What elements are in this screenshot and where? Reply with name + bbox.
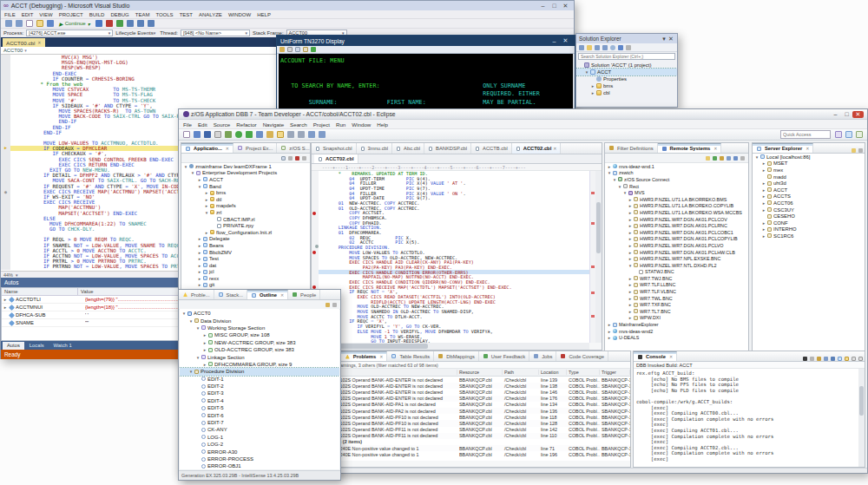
editor-tab[interactable]: Abc.cbl (392, 143, 424, 154)
tree-item[interactable]: ERROR-PROCESS (180, 456, 339, 462)
menu-icon[interactable] (858, 148, 863, 153)
copy-icon[interactable] (281, 156, 286, 161)
tree-item[interactable]: ▸ ACCT (181, 176, 310, 183)
tree-item[interactable]: ▾ Procedure Division (180, 368, 339, 375)
tree-item[interactable]: ▸ mapdefs (181, 203, 310, 210)
prev-icon[interactable] (287, 131, 294, 138)
home-icon[interactable] (727, 156, 731, 161)
tree-item[interactable]: ▸ mex (753, 167, 865, 174)
problem-row[interactable]: COBCH0102S Operand BANK-AID-PF11 is not … (312, 433, 630, 439)
tab-acct00-cbl[interactable]: ACCT00.cbl✕ (3, 38, 45, 47)
view-tab[interactable]: Remote Systems (658, 143, 722, 153)
problem-row[interactable]: COBCH0102S Operand BANK-AID-PA1 is not d… (312, 402, 630, 408)
tool-window-tab[interactable]: Watch 1 (49, 342, 76, 350)
menu-item[interactable]: DEBUG (110, 12, 128, 17)
editor-tab[interactable]: ACCTB.cbl (471, 143, 512, 154)
tree-item[interactable]: CBACT.IMP.zl (181, 216, 310, 223)
continue-button[interactable]: ▶Continue▾ (59, 21, 90, 27)
maximize-button[interactable]: □ (841, 111, 852, 117)
lockscroll-icon[interactable] (831, 357, 835, 361)
menu-item[interactable]: File (183, 121, 192, 128)
minimize-button[interactable]: – (549, 38, 560, 44)
menu-icon[interactable] (332, 303, 337, 307)
menu-icon[interactable] (740, 156, 745, 161)
menu-item[interactable]: FILE (4, 12, 16, 17)
solution-explorer-title-bar[interactable]: Solution Explorer ▾ ✕ (576, 34, 677, 43)
mark-icon[interactable] (266, 131, 273, 138)
tree-item[interactable]: ▸ uht3d (753, 180, 865, 187)
new-icon[interactable] (26, 20, 33, 27)
save-icon[interactable] (47, 20, 54, 27)
search-icon[interactable] (256, 131, 263, 138)
tree-item[interactable]: EDIT-1 (180, 376, 339, 383)
menu-item[interactable]: Navigate (263, 121, 284, 128)
view-tab[interactable]: Jobs (529, 351, 556, 361)
fwd-icon[interactable] (319, 131, 326, 138)
menu-item[interactable]: Window (352, 121, 371, 128)
terminal-screen[interactable]: ACCOUNT FILE: MENU TO SEARCH BY NAME, EN… (279, 54, 573, 108)
problem-row[interactable]: COBCH0102S Operand BANK-AID-PF10 is not … (312, 420, 630, 426)
problem-row[interactable]: COBCH0102S Operand BANK-AID-PF11 is not … (312, 427, 630, 433)
close-button[interactable]: ✕ (560, 3, 571, 10)
tree-item[interactable]: ▾ zmainframe Dev learnDXFrame 1 (181, 163, 310, 170)
lifecycle-events-label[interactable]: Lifecycle Events (115, 30, 153, 36)
tree-item[interactable]: ▸ HWR3.P.NZEL.WR7.DGN.AK01.PCLHW.CLB (605, 249, 748, 256)
view-tab[interactable]: Proble... (179, 290, 214, 299)
quick-access-box[interactable] (780, 130, 831, 139)
tree-item[interactable]: EDIT-4 (180, 397, 339, 404)
tree-item[interactable]: ▸ mvs-ideaz-wnd.1 (605, 163, 748, 170)
problem-row[interactable]: COBCH0102S Operand BANK-AID-PF10 is not … (312, 414, 630, 420)
menu-item[interactable]: Refactor (236, 121, 256, 128)
tree-item[interactable]: ▾ z/OS Source Connect (605, 176, 748, 183)
view-tab[interactable]: Applicatio... (181, 143, 233, 153)
props-icon[interactable] (610, 45, 615, 50)
close-button[interactable]: ✕ (560, 37, 571, 44)
menu-item[interactable]: Edit (198, 121, 207, 128)
tree-item[interactable]: ▾ Data Division (180, 317, 339, 324)
tree-item[interactable]: ▸ Beans (181, 242, 310, 249)
menu-item[interactable]: Help (377, 121, 388, 128)
process-combo[interactable]: [4276] ACCT.exe▾ (26, 29, 113, 36)
tree-item[interactable]: ▾ Local [localhost:86] (753, 154, 865, 161)
pin-icon[interactable] (817, 357, 821, 361)
menu-item[interactable]: HELP (257, 12, 271, 17)
refresh-icon[interactable] (706, 156, 710, 161)
tree-item[interactable]: ▸ CONF (753, 220, 865, 226)
max-icon[interactable] (858, 357, 863, 361)
problem-row[interactable]: Warnings (2 items) (312, 439, 630, 445)
quick-access-input[interactable] (781, 132, 830, 137)
column-type[interactable]: Type (567, 370, 600, 375)
stop-icon[interactable] (106, 20, 113, 27)
refresh-icon[interactable] (587, 45, 592, 50)
tree-item[interactable]: ERROR-OBJ1 (180, 462, 339, 469)
tree-item[interactable]: ▸ Delegate (181, 236, 310, 243)
tree-item[interactable]: PRIVATE.zpy (181, 222, 310, 229)
tree-item[interactable]: ▾ zrl (181, 209, 310, 216)
minimize-button[interactable]: – (537, 3, 549, 9)
tree-item[interactable]: ▸ WR7.TXF.BNC (605, 301, 748, 308)
tree-item[interactable]: ▸ git (181, 282, 310, 289)
tree-item[interactable]: ▸ WR7.TWJ.BNC (605, 275, 748, 282)
stepover-icon[interactable] (137, 20, 144, 27)
menu-item[interactable]: Run (336, 121, 345, 128)
view-icon[interactable] (845, 131, 852, 138)
view2-icon[interactable] (835, 131, 842, 138)
view-tab[interactable]: Problems (341, 351, 388, 361)
close-button[interactable]: ✕ (852, 111, 864, 118)
overview-ruler[interactable] (589, 171, 595, 343)
minimize-button[interactable]: – (830, 111, 841, 117)
view-tab[interactable]: DbMappings (434, 351, 479, 361)
tree-item[interactable]: EDIT-6 (180, 411, 339, 418)
tree-item[interactable]: Properties (576, 75, 677, 82)
tree-item[interactable]: ▸ OLD-ACCTREC GROUP, size 383 (180, 346, 339, 353)
vs-title-bar[interactable]: ∞ ACCT (Debugging) - Microsoft Visual St… (1, 1, 574, 10)
horizontal-scrollbar[interactable] (312, 343, 589, 350)
tree-item[interactable]: ▸ dtl (181, 196, 310, 203)
tree-item[interactable]: LOG-1 (180, 434, 339, 441)
tree-item[interactable]: STATWJ.BNC (605, 269, 748, 276)
tree-item[interactable]: ▸ WR7.TWL.BNC (605, 295, 748, 302)
tree-item[interactable]: EDIT-2 (180, 383, 339, 390)
tree-item[interactable]: ▾ MVS (605, 189, 748, 196)
tree-item[interactable]: EDIT-5 (180, 404, 339, 411)
tree-item[interactable]: ▸ ACCT06 (753, 200, 865, 206)
